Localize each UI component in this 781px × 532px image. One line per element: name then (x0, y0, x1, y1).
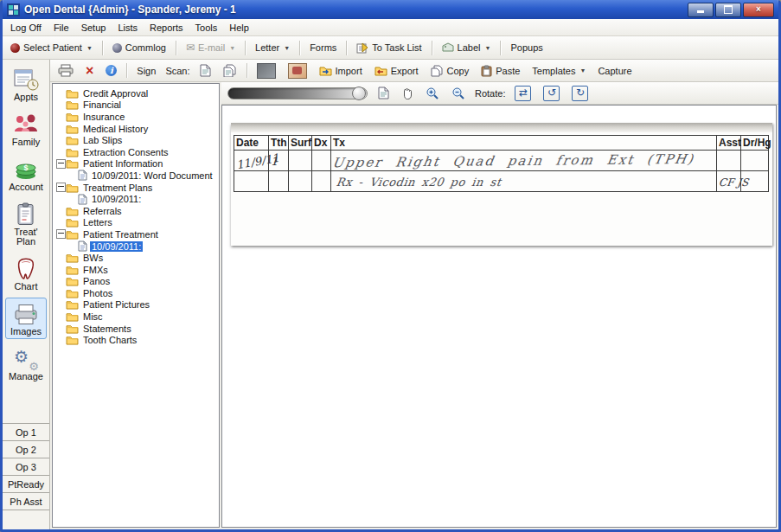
sidebar-module-images[interactable]: Images (5, 298, 47, 339)
tree-folder-insurance[interactable]: Insurance (55, 111, 218, 123)
menu-item-tools[interactable]: Tools (189, 21, 224, 35)
sign-button[interactable]: Sign (131, 63, 161, 79)
tree-collapse-icon[interactable] (56, 229, 66, 239)
maximize-button[interactable] (715, 3, 741, 17)
export-button[interactable]: Export (369, 62, 424, 79)
tree-folder-tooth-charts[interactable]: Tooth Charts (55, 334, 218, 346)
tree-document[interactable]: 10/09/2011: (55, 193, 218, 205)
popups-button[interactable]: Popups (505, 40, 547, 55)
close-button[interactable]: × (743, 3, 774, 17)
images-icon (12, 301, 40, 326)
scan-single-button[interactable] (195, 61, 216, 80)
folder-icon (66, 265, 79, 275)
image-viewer[interactable]: Date Tth Surf Dx Tx Asst Dr/Hg (221, 105, 777, 528)
tree-folder-fmxs[interactable]: FMXs (55, 264, 218, 276)
label-button[interactable]: Label ▼ (437, 40, 496, 55)
xray-mount-button[interactable] (252, 61, 281, 81)
tree-folder-referrals[interactable]: Referrals (55, 205, 218, 217)
folder-icon (66, 299, 79, 310)
tree-folder-statements[interactable]: Statements (55, 323, 218, 335)
tree-collapse-icon[interactable] (56, 159, 66, 169)
sidebar-module-manage[interactable]: ⚙⚙Manage (5, 343, 47, 384)
menu-item-lists[interactable]: Lists (112, 21, 144, 35)
scan-col-header: Surf (289, 136, 312, 151)
menu-item-log-off[interactable]: Log Off (4, 21, 48, 35)
photo-mount-button[interactable] (283, 61, 312, 81)
operatory-button-op-3[interactable]: Op 3 (3, 458, 49, 476)
chevron-down-icon: ▼ (579, 67, 586, 74)
folder-icon (66, 135, 79, 145)
sidebar-module-chart[interactable]: Chart (5, 253, 47, 294)
import-button[interactable]: Import (314, 62, 368, 79)
module-label: Manage (9, 372, 43, 381)
tree-folder-medical-history[interactable]: Medical History (55, 123, 218, 135)
print-button[interactable] (53, 61, 79, 80)
operatory-button-ptready[interactable]: PtReady (3, 476, 49, 493)
tree-folder-extraction-consents[interactable]: Extraction Consents (55, 146, 218, 158)
operatory-button-ph-asst[interactable]: Ph Asst (3, 493, 49, 510)
menu-item-file[interactable]: File (48, 21, 75, 35)
tree-folder-treatment-plans[interactable]: Treatment Plans (55, 182, 218, 194)
brightness-slider[interactable] (227, 87, 368, 99)
delete-button[interactable]: × (80, 62, 99, 80)
tree-collapse-icon[interactable] (56, 183, 66, 192)
tree-folder-lab-slips[interactable]: Lab Slips (55, 134, 218, 146)
folder-icon (66, 217, 79, 228)
scan-row: 11/9/11 1 Upper Right Quad pain from Ext… (234, 151, 769, 171)
rotate-left-button[interactable]: ↺ (538, 83, 565, 104)
sidebar-module-appts[interactable]: Appts (5, 63, 47, 105)
tree-folder-patient-treatment[interactable]: Patient Treatment (55, 228, 218, 240)
zoom-in-icon (426, 87, 439, 100)
tree-folder-misc[interactable]: Misc (55, 311, 218, 323)
tree-document[interactable]: 10/09/2011: Word Document (55, 170, 218, 182)
tree-folder-letters[interactable]: Letters (55, 217, 218, 229)
module-label: Appts (14, 93, 38, 102)
tree-folder-patient-information[interactable]: Patient Information (55, 158, 218, 170)
menu-item-help[interactable]: Help (223, 21, 255, 35)
paste-button[interactable]: Paste (476, 62, 525, 80)
scan-col-header: Dx (312, 136, 331, 151)
flip-button[interactable]: ⇄ (509, 83, 536, 104)
menu-item-reports[interactable]: Reports (144, 21, 189, 35)
tree-folder-bws[interactable]: BWs (55, 252, 218, 264)
tree-folder-credit-approval[interactable]: Credit Approval (55, 87, 218, 99)
sidebar-module-account[interactable]: $Account (5, 153, 47, 195)
tree-item-label: Patient Treatment (81, 229, 160, 240)
commlog-button[interactable]: Commlog (107, 40, 171, 55)
sidebar-module-family[interactable]: Family (5, 108, 47, 150)
scan-cell (312, 151, 331, 171)
email-button[interactable]: ✉ E-mail ▼ (181, 39, 240, 56)
letter-button[interactable]: Letter ▼ (250, 40, 295, 55)
rotate-right-button[interactable]: ↻ (567, 83, 593, 104)
page-view-button[interactable] (373, 84, 394, 102)
account-icon: $ (12, 157, 40, 182)
pan-button[interactable] (396, 84, 419, 102)
capture-button[interactable]: Capture (592, 63, 637, 79)
export-icon (374, 65, 387, 76)
tree-item-label: Letters (81, 217, 114, 228)
scan-header-row: Date Tth Surf Dx Tx Asst Dr/Hg (234, 136, 769, 151)
tree-folder-patient-pictures[interactable]: Patient Pictures (55, 299, 218, 311)
zoom-in-button[interactable] (420, 84, 445, 103)
select-patient-button[interactable]: Select Patient ▼ (5, 40, 98, 55)
tree-folder-panos[interactable]: Panos (55, 276, 218, 288)
zoom-out-button[interactable] (446, 84, 471, 103)
scan-multiple-button[interactable] (218, 61, 242, 80)
templates-button[interactable]: Templates ▼ (527, 63, 591, 79)
menu-item-setup[interactable]: Setup (75, 21, 112, 35)
tree-folder-financial[interactable]: Financial (55, 99, 218, 112)
slider-thumb-icon[interactable] (352, 87, 366, 100)
to-task-list-button[interactable]: To Task List (351, 40, 426, 56)
copy-button[interactable]: Copy (426, 62, 475, 80)
toolbar-separator (346, 41, 347, 55)
forms-button[interactable]: Forms (304, 40, 342, 55)
operatory-button-op-1[interactable]: Op 1 (3, 424, 49, 441)
treatment-plan-icon (12, 202, 40, 227)
info-button[interactable]: i (100, 62, 122, 79)
minimize-button[interactable] (688, 3, 714, 17)
tree-document[interactable]: 10/09/2011: (55, 240, 218, 253)
sidebar-module-treat-plan[interactable]: Treat' Plan (5, 198, 47, 249)
tree-folder-photos[interactable]: Photos (55, 287, 218, 299)
titlebar[interactable]: Open Dental {Admin} - Spander, Jeremy - … (3, 0, 778, 19)
operatory-button-op-2[interactable]: Op 2 (3, 441, 49, 458)
